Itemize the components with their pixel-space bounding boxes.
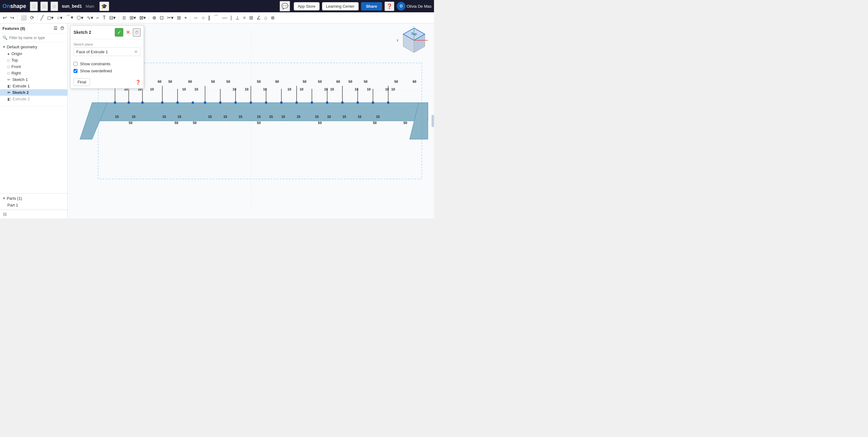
svg-text:15: 15 [132, 115, 135, 118]
grid-pattern-tool[interactable]: ⊞▾ [128, 13, 137, 22]
svg-text:60: 60 [188, 80, 192, 83]
svg-text:10: 10 [354, 87, 358, 91]
svg-text:15: 15 [178, 115, 181, 118]
image-tool[interactable]: ⊟▾ [107, 13, 117, 22]
coincident-tool[interactable]: ○ [200, 14, 207, 22]
tree-item-part1[interactable]: Part 1 [0, 202, 67, 208]
history-group: ⬜ ⟳ [19, 13, 36, 22]
user-menu[interactable]: O Olivia De Mas [397, 2, 432, 10]
extrude2-label: Extrude 2 [12, 97, 30, 101]
perpendicular-tool[interactable]: ⊥ [234, 13, 241, 22]
timeline-icon[interactable]: ⊟ [2, 211, 7, 217]
use-tool[interactable]: ⊕ [151, 13, 158, 22]
vertical-tool[interactable]: | [229, 14, 233, 22]
spline-tool[interactable]: ∿▾ [85, 13, 95, 22]
redo-button[interactable]: ↪ [9, 13, 16, 22]
chevron-down-icon: ▼ [2, 45, 5, 49]
show-overdefined-input[interactable] [73, 69, 78, 73]
pattern-tools-group: ≣ ⊞▾ ⊠▾ [121, 13, 147, 22]
arc-tool[interactable]: ⌒▾ [64, 13, 75, 22]
tree-item-front[interactable]: □ Front [0, 63, 67, 70]
copy-button[interactable]: ⬜ [19, 13, 28, 22]
equal-tool[interactable]: = [242, 14, 247, 22]
linear-pattern-tool[interactable]: ≣ [121, 13, 128, 22]
bookmark-button[interactable]: 🎓 [99, 2, 109, 11]
svg-text:15: 15 [162, 115, 166, 118]
help-icon[interactable]: ❓ [135, 80, 141, 85]
undo-button[interactable]: ↩ [1, 13, 8, 22]
tree-item-origin[interactable]: ● Origin [0, 51, 67, 57]
plane-icon-2: □ [7, 65, 9, 69]
share-button[interactable]: Share [361, 2, 382, 10]
tree-item-top[interactable]: □ Top [0, 57, 67, 63]
transform-tool[interactable]: ⊞ [175, 13, 182, 22]
part1-label: Part 1 [7, 203, 18, 207]
text-tool[interactable]: T [101, 14, 107, 22]
onshape-logo: Onshape [2, 3, 26, 9]
show-list-icon[interactable]: ☰ [53, 25, 58, 31]
circle-tool[interactable]: ○▾ [55, 13, 64, 22]
sketch-plane-clear-button[interactable]: ✕ [134, 49, 138, 54]
tree-item-sketch2[interactable]: ✏ Sketch 2 [0, 89, 67, 96]
feature-list-button[interactable]: ⊞ [40, 2, 48, 11]
svg-text:60: 60 [275, 80, 279, 83]
offset-tool[interactable]: ⊡ [158, 13, 165, 22]
pierce-tool[interactable]: ⊗ [269, 13, 276, 22]
svg-text:50: 50 [211, 80, 215, 83]
tangent-tool[interactable]: ⌒ [212, 13, 220, 22]
show-constraints-checkbox[interactable]: Show constraints [73, 62, 141, 66]
horizontal-tool[interactable]: — [220, 14, 228, 22]
sketch-history-button[interactable]: ⏱ [133, 28, 141, 37]
svg-text:50: 50 [318, 80, 322, 83]
svg-text:10: 10 [287, 87, 291, 91]
parts-group-header[interactable]: ▼ Parts (1) [0, 195, 67, 202]
tree-item-extrude2[interactable]: ◧ Extrude 2 [0, 96, 67, 102]
chat-button[interactable]: 💬 [280, 1, 290, 11]
resize-handle[interactable] [432, 115, 434, 127]
svg-text:50: 50 [257, 121, 260, 125]
sketch-ok-button[interactable]: ✓ [115, 28, 123, 37]
features-panel-header: Features (8) ☰ ⏱ [0, 23, 67, 33]
mirror-tool[interactable]: ⊠▾ [138, 13, 147, 22]
dimension-tool[interactable]: ↔ [192, 14, 200, 22]
parts-panel: ▼ Parts (1) Part 1 [0, 193, 67, 210]
tree-item-extrude1[interactable]: ◧ Extrude 1 [0, 83, 67, 89]
draw-tools-group: ╱ ◻▾ ○▾ ⌒▾ ⬡▾ ∿▾ ⌐ T ⊟▾ [39, 13, 117, 22]
sketch-options: Show constraints Show overdefined [70, 59, 144, 76]
svg-text:15: 15 [358, 115, 362, 118]
fix-tool[interactable]: ⌂ [263, 14, 269, 22]
history-icon[interactable]: ⏱ [59, 25, 65, 31]
history-button[interactable]: ⟳ [29, 13, 36, 22]
sketch-cancel-button[interactable]: ✕ [126, 30, 130, 35]
svg-text:15: 15 [327, 115, 331, 118]
learning-center-button[interactable]: Learning Center [322, 2, 359, 10]
angle-tool[interactable]: ∠ [255, 13, 262, 22]
tree-item-sketch1[interactable]: ✏ Sketch 1 [0, 76, 67, 83]
search-input[interactable] [9, 36, 65, 40]
polygon-tool[interactable]: ⬡▾ [75, 13, 85, 22]
app-store-button[interactable]: App Store [294, 2, 319, 10]
final-button[interactable]: Final [73, 78, 90, 86]
explode-tool[interactable]: ⌖ [183, 14, 189, 22]
default-geometry-group[interactable]: ▼ Default geometry [0, 43, 67, 51]
timeline-bar: ⊟ [0, 210, 67, 218]
tree-item-right[interactable]: □ Right [0, 70, 67, 76]
rectangle-tool[interactable]: ◻▾ [45, 13, 55, 22]
fillet-tool[interactable]: ⌐ [95, 14, 101, 22]
show-overdefined-checkbox[interactable]: Show overdefined [73, 69, 141, 73]
sketch-plane-selector[interactable]: Face of Extrude 1 ✕ [73, 48, 141, 56]
svg-text:15: 15 [257, 115, 260, 118]
add-feature-button[interactable]: ⊕ [51, 2, 58, 11]
parallel-tool[interactable]: ∥ [207, 13, 212, 22]
svg-text:10: 10 [263, 87, 267, 91]
hamburger-menu-button[interactable]: ☰ [30, 2, 38, 11]
doc-branch: Main [86, 4, 94, 9]
search-bar: 🔍 [0, 33, 67, 42]
line-tool[interactable]: ╱ [39, 13, 45, 22]
midpoint-tool[interactable]: ⊞ [248, 13, 255, 22]
svg-text:15: 15 [342, 115, 346, 118]
svg-text:10: 10 [330, 87, 334, 91]
help-button[interactable]: ❓ [384, 2, 394, 11]
show-constraints-input[interactable] [73, 62, 78, 66]
trim-tool[interactable]: ✂▾ [165, 13, 175, 22]
